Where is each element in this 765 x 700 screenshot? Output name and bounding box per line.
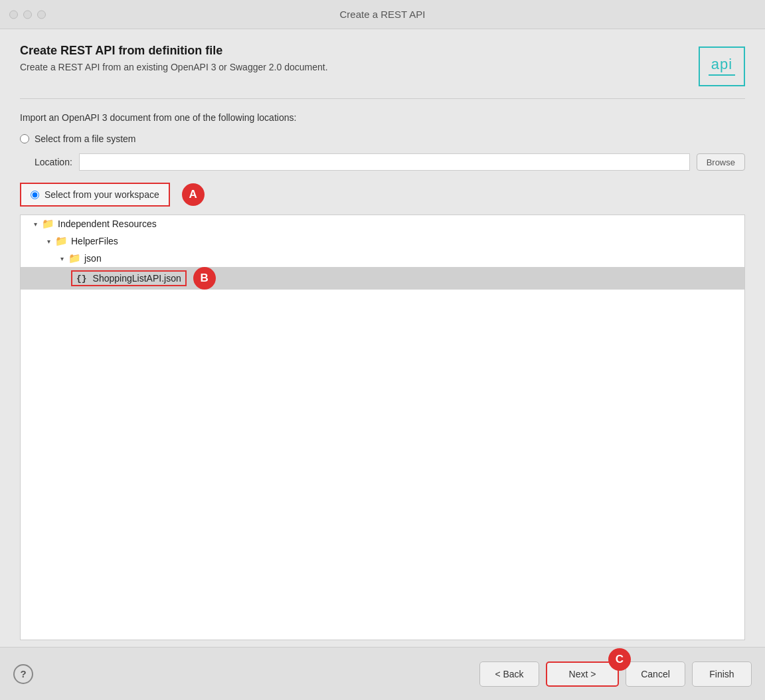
workspace-radio-row: Select from your workspace A — [20, 183, 745, 207]
json-file-icon: {} — [76, 274, 87, 284]
minimize-button[interactable] — [23, 10, 32, 19]
browse-button[interactable]: Browse — [697, 153, 745, 171]
annotation-a-badge: A — [182, 183, 205, 206]
help-button[interactable]: ? — [13, 664, 33, 684]
chevron-icon: ▾ — [44, 238, 52, 245]
location-label: Location: — [35, 157, 72, 167]
tree-item-independent-resources[interactable]: ▾ 📁 Independent Resources — [21, 215, 744, 232]
filesystem-radio-option[interactable]: Select from a file system — [20, 133, 745, 144]
workspace-radio-box[interactable]: Select from your workspace — [20, 183, 170, 207]
annotation-c-badge: C — [608, 648, 631, 671]
filesystem-radio[interactable] — [20, 134, 29, 143]
next-button[interactable]: Next > — [546, 661, 619, 687]
bottom-bar: ? < Back Next > C Cancel Finish — [0, 647, 765, 700]
tree-label-shoppinglistapi: ShoppingListAPI.json — [93, 273, 181, 284]
tree-label-json: json — [84, 253, 102, 264]
window-title: Create a REST API — [340, 9, 426, 20]
header-text: Create REST API from definition file Cre… — [20, 44, 328, 72]
close-button[interactable] — [9, 10, 18, 19]
tree-item-shoppinglistapi-row[interactable]: {} ShoppingListAPI.json B — [21, 267, 744, 290]
main-content: Create REST API from definition file Cre… — [0, 29, 765, 647]
location-input[interactable] — [79, 153, 690, 171]
file-tree-container[interactable]: ▾ 📁 Independent Resources ▾ 📁 HelperFile… — [20, 215, 745, 640]
maximize-button[interactable] — [37, 10, 46, 19]
tree-item-helperfiles[interactable]: ▾ 📁 HelperFiles — [21, 232, 744, 250]
chevron-icon: ▾ — [58, 255, 66, 262]
import-description: Import an OpenAPI 3 document from one of… — [20, 112, 745, 123]
annotation-b-badge: B — [193, 267, 216, 290]
nav-buttons: < Back Next > C Cancel Finish — [479, 661, 752, 687]
header-section: Create REST API from definition file Cre… — [20, 44, 745, 99]
tree-item-json[interactable]: ▾ 📁 json — [21, 250, 744, 267]
filesystem-label[interactable]: Select from a file system — [35, 133, 136, 144]
next-button-wrapper: Next > C — [546, 661, 619, 687]
chevron-icon: ▾ — [31, 220, 39, 228]
finish-button[interactable]: Finish — [692, 661, 752, 687]
location-row: Location: Browse — [35, 153, 745, 171]
title-bar: Create a REST API — [0, 0, 765, 29]
api-icon-underline — [709, 74, 735, 76]
folder-icon: 📁 — [68, 252, 81, 264]
api-icon-text: api — [711, 57, 732, 72]
selected-file-box[interactable]: {} ShoppingListAPI.json — [71, 270, 187, 286]
traffic-lights — [9, 10, 46, 19]
cancel-button[interactable]: Cancel — [626, 661, 685, 687]
folder-icon: 📁 — [42, 218, 54, 230]
workspace-radio[interactable] — [31, 191, 39, 199]
tree-label-independent-resources: Independent Resources — [58, 219, 157, 229]
page-description: Create a REST API from an existing OpenA… — [20, 62, 328, 72]
tree-label-helperfiles: HelperFiles — [71, 236, 118, 246]
back-button[interactable]: < Back — [479, 661, 539, 687]
folder-icon: 📁 — [55, 235, 68, 247]
api-logo: api — [699, 46, 745, 86]
workspace-label[interactable]: Select from your workspace — [44, 189, 159, 200]
page-heading: Create REST API from definition file — [20, 44, 328, 58]
